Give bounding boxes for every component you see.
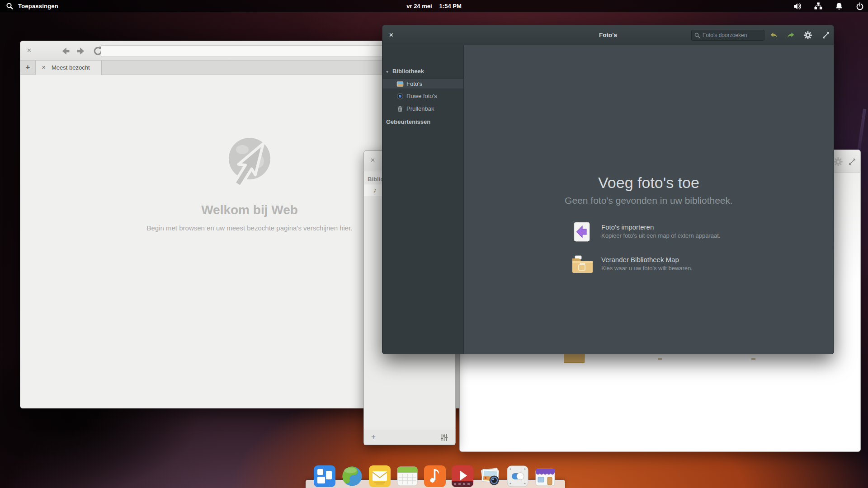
forward-icon[interactable] <box>75 46 86 56</box>
applications-search-icon <box>5 2 14 11</box>
action-title: Foto's importeren <box>601 223 654 231</box>
power-icon[interactable] <box>855 2 864 11</box>
files-gear-icon[interactable] <box>833 157 843 167</box>
dock-mail-icon[interactable] <box>369 465 391 487</box>
applications-label: Toepassingen <box>18 3 58 9</box>
music-close-icon[interactable]: ✕ <box>370 157 375 164</box>
dock-multitasking-view-icon[interactable] <box>314 465 335 487</box>
trash-icon <box>396 105 404 113</box>
tab-label: Meest bezocht <box>52 64 90 71</box>
action-subtitle: Kopieer foto's uit een map of extern app… <box>601 232 720 239</box>
panel-date: vr 24 mei <box>406 3 432 9</box>
panel-indicators <box>793 0 864 12</box>
top-panel: Toepassingen vr 24 mei 1:54 PM <box>0 0 868 12</box>
panel-clock[interactable]: vr 24 mei 1:54 PM <box>406 0 462 12</box>
music-add-button[interactable]: + <box>371 432 376 441</box>
expander-icon[interactable]: ▾ <box>386 69 388 74</box>
dock-web-browser-icon[interactable] <box>341 465 363 487</box>
empty-state-subtitle: Geen foto's gevonden in uw bibliotheek. <box>464 195 834 206</box>
sidebar-item-label: Ruwe foto's <box>406 93 437 99</box>
redo-icon[interactable] <box>786 31 795 40</box>
search-icon <box>694 32 701 39</box>
settings-gear-icon[interactable] <box>803 31 812 40</box>
files-fullscreen-icon[interactable] <box>848 157 857 166</box>
applications-menu[interactable]: Toepassingen <box>5 0 58 12</box>
action-subtitle: Kies waar u uw foto's wilt bewaren. <box>601 265 693 272</box>
sidebar-item-label: Prullenbak <box>406 105 434 112</box>
desktop-wallpaper: ✕ + ✕ Meest bezocht <box>0 0 868 488</box>
change-library-action[interactable]: Verander Bibliotheek Map Kies waar u uw … <box>571 254 807 276</box>
sidebar-item-prullenbak[interactable]: Prullenbak <box>382 103 463 114</box>
notifications-icon[interactable] <box>835 2 844 11</box>
music-note-icon: ♪ <box>373 186 377 194</box>
photos-search-input[interactable] <box>703 31 762 40</box>
events-header: Gebeurtenissen <box>386 118 430 125</box>
peek-item-mark <box>658 358 662 360</box>
web-logo-icon <box>220 131 279 191</box>
dock-videos-icon[interactable] <box>452 465 473 487</box>
music-bottom-bar: + <box>364 430 455 445</box>
sidebar-item-ruwe-fotos[interactable]: Ruwe foto's <box>382 91 463 102</box>
photos-sidebar: ▾ Bibliotheek Foto's Ruwe foto's <box>382 45 464 354</box>
raw-lens-icon <box>396 92 404 100</box>
library-folder-icon <box>571 254 593 275</box>
photos-window-title: Foto's <box>382 32 834 38</box>
tab-close-icon[interactable]: ✕ <box>42 65 46 70</box>
dock-system-settings-icon[interactable] <box>507 465 528 487</box>
photos-window: ✕ Foto's <box>382 25 834 354</box>
sidebar-item-label: Foto's <box>406 80 422 87</box>
dock-photos-icon[interactable] <box>479 465 501 487</box>
peek-item-mark <box>751 358 755 360</box>
photos-search-field[interactable] <box>691 30 764 41</box>
photo-icon <box>396 80 404 88</box>
panel-time: 1:54 PM <box>439 3 462 9</box>
dock-calendar-icon[interactable] <box>396 465 418 487</box>
sidebar-item-fotos[interactable]: Foto's <box>382 78 463 89</box>
import-photos-icon <box>571 221 592 242</box>
library-header: Bibliotheek <box>392 68 424 75</box>
import-photos-action[interactable]: Foto's importeren Kopieer foto's uit een… <box>571 221 807 243</box>
equalizer-icon[interactable] <box>440 434 448 441</box>
photos-main-area: Voeg foto's toe Geen foto's gevonden in … <box>464 45 834 354</box>
action-title: Verander Bibliotheek Map <box>601 256 679 263</box>
dock-icons <box>0 465 868 488</box>
browser-close-icon[interactable]: ✕ <box>27 47 32 54</box>
empty-state-title: Voeg foto's toe <box>464 174 834 192</box>
tab-meest-bezocht[interactable]: ✕ Meest bezocht <box>36 61 102 75</box>
photos-titlebar[interactable]: ✕ Foto's <box>382 25 834 45</box>
back-icon[interactable] <box>60 46 71 56</box>
undo-icon[interactable] <box>769 31 778 40</box>
dock-music-icon[interactable] <box>424 465 446 487</box>
volume-icon[interactable] <box>793 2 802 11</box>
network-icon[interactable] <box>814 2 823 11</box>
fullscreen-icon[interactable] <box>821 31 830 40</box>
dock-appcenter-icon[interactable] <box>534 465 556 487</box>
new-tab-button[interactable]: + <box>20 61 36 75</box>
